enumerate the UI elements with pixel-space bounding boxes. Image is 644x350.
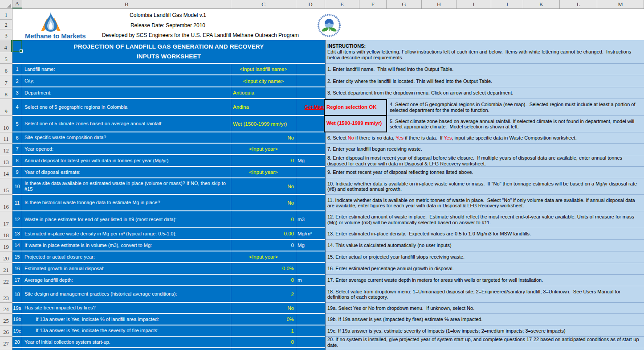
- item-value-cell[interactable]: 0.00: [231, 228, 296, 239]
- column-header-D[interactable]: D: [296, 0, 325, 8]
- column-header-K[interactable]: K: [523, 0, 560, 8]
- instruction-9: 9. Enter most recent year of disposal re…: [326, 167, 644, 178]
- column-header-L[interactable]: L: [560, 0, 597, 8]
- worksheet-title-line2: INPUTS WORKSHEET: [137, 53, 201, 60]
- item-label: Percent of waste area with to be covered…: [22, 348, 231, 350]
- column-header-I[interactable]: I: [457, 0, 491, 8]
- item-unit-cell: [296, 178, 325, 194]
- item-value-cell[interactable]: <Input landfill name>: [231, 64, 296, 74]
- column-header-A[interactable]: A: [12, 0, 22, 8]
- item-value-cell[interactable]: 0%: [231, 348, 296, 350]
- row-header-5[interactable]: 5: [0, 52, 12, 64]
- row-header-9[interactable]: 9: [0, 99, 12, 116]
- row-header-18[interactable]: 18: [0, 228, 12, 240]
- row-header-17[interactable]: 17: [0, 211, 12, 228]
- item-value-cell[interactable]: 0.0%: [231, 263, 296, 274]
- inputs-worksheet: PROJECTION OF LANDFILL GAS GENERATION AN…: [12, 40, 325, 350]
- row-header-23[interactable]: 23: [0, 286, 12, 303]
- item-unit-cell: m: [296, 275, 325, 285]
- instruction-21: 21. Enter a value up to 100% for current…: [326, 348, 644, 350]
- row-header-28[interactable]: 28: [0, 348, 12, 350]
- item-number: 19c: [12, 325, 22, 336]
- row-header-10[interactable]: 10: [0, 116, 12, 132]
- unit-label: Mg: [298, 243, 305, 248]
- item-value-cell[interactable]: 2: [231, 286, 296, 302]
- row-header-15[interactable]: 15: [0, 178, 12, 195]
- row-header-14[interactable]: 14: [0, 167, 12, 178]
- item-number: 21: [12, 348, 22, 350]
- row-header-19[interactable]: 19: [0, 240, 12, 251]
- item-label: Estimated growth in annual disposal:: [22, 263, 231, 274]
- item-value-cell[interactable]: Andina: [231, 99, 296, 115]
- row-header-27[interactable]: 27: [0, 337, 12, 348]
- row-header-4[interactable]: 4: [0, 40, 12, 52]
- item-value-cell[interactable]: Wet (1500-1999 mm/yr): [231, 116, 296, 132]
- row-header-12[interactable]: 12: [0, 144, 12, 155]
- item-value-cell[interactable]: 0: [231, 275, 296, 285]
- row-header-1[interactable]: 1: [0, 9, 12, 20]
- unit-label: m3: [298, 217, 305, 222]
- column-header-M[interactable]: M: [597, 0, 644, 8]
- item-unit-cell: [296, 87, 325, 98]
- row-header-20[interactable]: 20: [0, 251, 12, 263]
- instruction-19b: 19b. If 19a answer is yes (impacted by f…: [326, 314, 644, 325]
- table-row-item-15: 15Projected or actual closure year:<Inpu…: [12, 251, 325, 263]
- instruction-text: 1. Enter landfill name. This will feed i…: [327, 66, 453, 72]
- row-header-7[interactable]: 7: [0, 75, 12, 87]
- instruction-text: 4. Select one of 5 geographical regions …: [390, 102, 641, 113]
- row-header-22[interactable]: 22: [0, 275, 12, 286]
- row-header-8[interactable]: 8: [0, 87, 12, 99]
- row-header-25[interactable]: 25: [0, 314, 12, 325]
- item-number: 6: [12, 132, 22, 143]
- item-value-cell[interactable]: <Input year>: [231, 251, 296, 262]
- row-header-26[interactable]: 26: [0, 325, 12, 337]
- column-header-B[interactable]: B: [22, 0, 231, 8]
- row-header-3[interactable]: 3: [0, 29, 12, 40]
- item-value-cell[interactable]: 0%: [231, 314, 296, 325]
- item-value-cell[interactable]: 0: [231, 155, 296, 166]
- row-header-2[interactable]: 2: [0, 20, 12, 29]
- column-headers: ABCDEFGHIJKLM: [0, 0, 644, 9]
- unit-label: Mg: [298, 158, 305, 163]
- worksheet-title: PROJECTION OF LANDFILL GAS GENERATION AN…: [12, 40, 325, 64]
- row-header-13[interactable]: 13: [0, 155, 12, 167]
- item-label: Estimated in-place waste density in Mg p…: [22, 228, 231, 239]
- row-header-24[interactable]: 24: [0, 303, 12, 314]
- item-value-cell[interactable]: <Input city name>: [231, 75, 296, 86]
- item-value-cell[interactable]: 1: [231, 325, 296, 336]
- item-value-cell[interactable]: No: [231, 178, 296, 194]
- get-map-link[interactable]: Get Map: [305, 104, 324, 110]
- table-row-item-19a: 19aHas site been impacted by fires?No: [12, 303, 325, 314]
- table-row-item-5: 5Select one of 5 climate zones based on …: [12, 116, 325, 132]
- row-header-6[interactable]: 6: [0, 64, 12, 75]
- item-value-cell: 0: [231, 240, 296, 251]
- row-header-21[interactable]: 21: [0, 263, 12, 275]
- column-header-E[interactable]: E: [325, 0, 359, 8]
- item-value-cell[interactable]: No: [231, 195, 296, 210]
- select-all-corner[interactable]: [0, 0, 12, 8]
- instruction-3: 3. Select department from the dropdown m…: [326, 87, 644, 99]
- item-number: 13: [12, 228, 22, 239]
- row-header-16[interactable]: 16: [0, 195, 12, 211]
- item-value-cell[interactable]: 0: [231, 337, 296, 347]
- item-value-cell[interactable]: 0: [231, 211, 296, 227]
- item-value-cell[interactable]: <Input year>: [231, 144, 296, 154]
- item-number: 7: [12, 144, 22, 154]
- item-unit-cell: [296, 337, 325, 347]
- table-row-item-11: 11Is there historical waste tonnage data…: [12, 195, 325, 211]
- instruction-text: 5. Select climate zone based on average …: [390, 119, 641, 130]
- column-header-C[interactable]: C: [231, 0, 296, 8]
- selected-cell-A4[interactable]: [12, 40, 22, 52]
- item-value-cell[interactable]: Antioquia: [231, 87, 296, 98]
- instruction-text: 13. Enter estimated in-place density. Ex…: [327, 231, 531, 237]
- item-value-cell[interactable]: <Input year>: [231, 167, 296, 177]
- item-value-cell[interactable]: No: [231, 303, 296, 313]
- item-number: 19b: [12, 314, 22, 325]
- column-header-F[interactable]: F: [359, 0, 387, 8]
- column-header-J[interactable]: J: [491, 0, 523, 8]
- item-value-cell[interactable]: No: [231, 132, 296, 143]
- instruction-text: 14. This value is calculated automatical…: [327, 243, 452, 248]
- column-header-G[interactable]: G: [387, 0, 422, 8]
- column-header-H[interactable]: H: [422, 0, 457, 8]
- row-header-11[interactable]: 11: [0, 132, 12, 144]
